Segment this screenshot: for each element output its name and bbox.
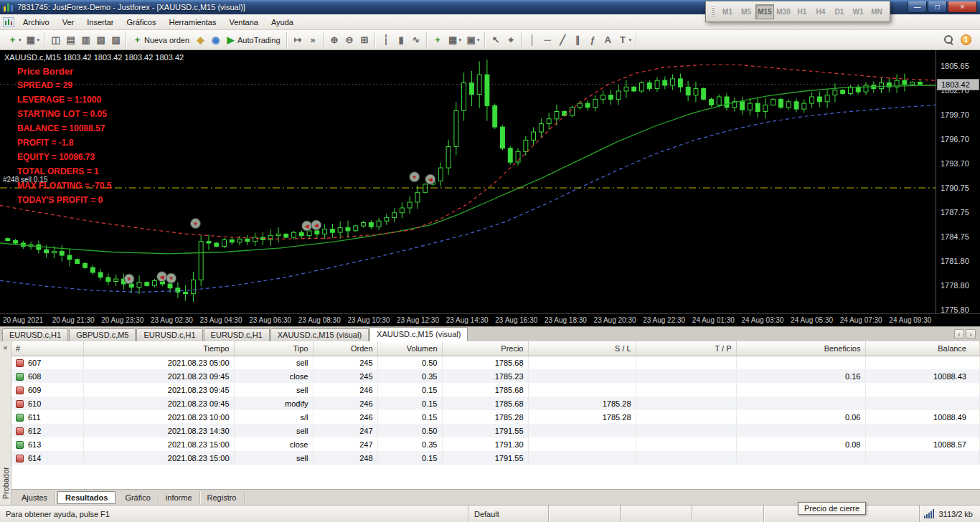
search-button[interactable] — [942, 33, 956, 47]
indicators-button[interactable]: + — [430, 32, 446, 48]
vertical-line-button[interactable]: │ — [525, 32, 540, 48]
table-row[interactable]: 6132021.08.23 15:00close2470.351791.300.… — [11, 437, 980, 451]
chart-tab[interactable]: GBPUSD.c,M5 — [69, 328, 136, 341]
market-watch-button[interactable]: ◫ — [48, 32, 63, 48]
column-header-orden[interactable]: Orden — [313, 341, 377, 356]
autotrading-button[interactable]: ▶AutoTrading — [223, 32, 284, 48]
close-panel-button[interactable]: × — [3, 343, 7, 352]
bar-chart-mode-button[interactable]: ┆ — [379, 32, 394, 48]
terminal-icon: ▧ — [95, 34, 106, 46]
tester-panel-strip: × Probador — [0, 341, 11, 505]
timeframe-m5-button[interactable]: M5 — [737, 4, 755, 19]
horizontal-line-button[interactable]: ─ — [540, 32, 555, 48]
ea-info-line: TODAY'S PROFIT = 0 — [17, 195, 111, 209]
time-label: 23 Aug 14:30 — [446, 316, 489, 324]
tester-tab-grfico[interactable]: Gráfico — [118, 491, 158, 504]
price-chart[interactable]: ▼◀▼▼◀◀▼◀ — [0, 50, 936, 313]
timeframe-m15-button[interactable]: M15 — [755, 4, 774, 19]
chart-tab[interactable]: EURUSD.c,H1 — [204, 328, 270, 341]
tabs-scroll-right-button[interactable]: › — [966, 329, 976, 339]
crosshair-button[interactable]: ⌖ — [504, 32, 519, 48]
signals-button[interactable]: ◉ — [208, 32, 223, 48]
metaeditor-button[interactable]: ◆ — [193, 32, 208, 48]
close-button[interactable]: × — [948, 1, 977, 13]
new-order-button[interactable]: +Nueva orden — [130, 32, 193, 48]
trendline-button[interactable]: ╱ — [555, 32, 570, 48]
arrow-tools-button[interactable]: T▾ — [616, 32, 634, 48]
column-header-balance[interactable]: Balance — [865, 341, 980, 356]
column-header-#[interactable]: # — [11, 341, 83, 356]
price-tick: 1781.80 — [941, 257, 969, 265]
periods-button[interactable]: ▦▾ — [446, 32, 464, 48]
terminal-button[interactable]: ▧ — [93, 32, 108, 48]
timeframe-d1-button[interactable]: D1 — [830, 4, 849, 19]
table-row[interactable]: 6082021.08.23 09:45close2450.351785.230.… — [11, 369, 980, 383]
menu-grficos[interactable]: Gráficos — [121, 16, 163, 29]
tester-tab-informe[interactable]: informe — [159, 491, 200, 504]
cell — [636, 397, 736, 410]
line-chart-mode-button[interactable]: ∿ — [409, 32, 424, 48]
column-header-tipo[interactable]: Tipo — [234, 341, 313, 356]
timeframe-h1-button[interactable]: H1 — [793, 4, 811, 19]
time-axis[interactable]: 20 Aug 202120 Aug 21:3020 Aug 23:3023 Au… — [0, 313, 980, 326]
channel-button[interactable]: ∥ — [570, 32, 585, 48]
chart-tab[interactable]: XAUUSD.c,M15 (visual) — [270, 328, 369, 341]
chart-tab[interactable]: EURUSD.c,H1 — [2, 328, 68, 341]
data-window-button[interactable]: ▤ — [63, 32, 78, 48]
notifications-badge[interactable]: 1 — [961, 34, 971, 45]
timeframe-mn-button[interactable]: MN — [867, 4, 886, 19]
menu-ventana[interactable]: Ventana — [223, 16, 265, 29]
price-scale[interactable]: 1805.651802.701799.701796.701793.701790.… — [936, 50, 980, 313]
tester-tab-ajustes[interactable]: Ajustes — [14, 491, 55, 504]
zoom-out-button[interactable]: ⊖ — [342, 32, 357, 48]
menu-archivo[interactable]: Archivo — [17, 16, 56, 29]
profile-selector[interactable]: Default — [468, 506, 548, 522]
chart-shift-button[interactable]: ↦ — [291, 32, 306, 48]
menu-ayuda[interactable]: Ayuda — [265, 16, 300, 29]
metaeditor-icon: ◆ — [195, 34, 206, 46]
minimize-button[interactable]: — — [908, 1, 927, 13]
table-row[interactable]: 6112021.08.23 10:00s/l2460.151785.281785… — [11, 410, 980, 424]
tabs-scroll-left-button[interactable]: ‹ — [954, 329, 964, 339]
timeframe-w1-button[interactable]: W1 — [849, 4, 867, 19]
tester-tab-resultados[interactable]: Resultados — [57, 491, 116, 504]
chart-tab[interactable]: EURUSD.c,H1 — [136, 328, 202, 341]
column-header-tiempo[interactable]: Tiempo — [83, 341, 234, 356]
cursor-button[interactable]: ↖ — [489, 32, 504, 48]
chart-tab-active[interactable]: XAUUSD.c,M15 (visual) — [369, 327, 468, 341]
candlestick-mode-button[interactable]: ▮ — [394, 32, 409, 48]
zoom-in-button[interactable]: ⊕ — [327, 32, 342, 48]
table-row[interactable]: 6092021.08.23 09:45sell2460.151785.68 — [11, 383, 980, 397]
table-row[interactable]: 6072021.08.23 05:00sell2450.501785.68 — [11, 356, 980, 369]
menu-ver[interactable]: Ver — [56, 16, 81, 29]
menu-insertar[interactable]: Insertar — [80, 16, 120, 29]
text-tool-button[interactable]: A — [600, 32, 616, 48]
tile-windows-button[interactable]: ⊞ — [357, 32, 372, 48]
table-row[interactable]: 6102021.08.23 09:45modify2460.151785.681… — [11, 397, 980, 410]
timeframe-m1-button[interactable]: M1 — [718, 4, 737, 19]
column-header-precio[interactable]: Precio — [442, 341, 528, 356]
strategy-tester-button[interactable]: ▨ — [108, 32, 123, 48]
timeframe-m30-button[interactable]: M30 — [774, 4, 793, 19]
restore-button[interactable]: □ — [928, 1, 947, 13]
table-row[interactable]: 6142021.08.23 15:00sell2480.151791.55 — [11, 451, 980, 465]
new-chart-button[interactable]: +▾ — [5, 32, 24, 48]
tester-tab-registro[interactable]: Registro — [200, 491, 245, 504]
templates-button[interactable]: ▣▾ — [463, 32, 482, 48]
column-header-volumen[interactable]: Volumen — [377, 341, 442, 356]
column-header-sl[interactable]: S / L — [528, 341, 636, 356]
timeframe-h4-button[interactable]: H4 — [811, 4, 830, 19]
indicators-icon: + — [433, 34, 443, 46]
column-header-beneficios[interactable]: Beneficios — [736, 341, 865, 356]
menu-herramientas[interactable]: Herramientas — [162, 16, 222, 29]
column-header-tp[interactable]: T / P — [636, 341, 736, 356]
toolbar-grip[interactable] — [712, 5, 715, 18]
svg-text:◀: ◀ — [428, 176, 433, 183]
table-row[interactable]: 6122021.08.23 14:30sell2470.501791.55 — [11, 424, 980, 437]
navigator-button[interactable]: ▥ — [78, 32, 93, 48]
profiles-button[interactable]: ▦▾ — [24, 32, 42, 48]
fibonacci-button[interactable]: ƒ — [585, 32, 600, 48]
chart-window-icon[interactable] — [3, 17, 14, 27]
auto-scroll-button[interactable]: » — [306, 32, 321, 48]
cell: 2021.08.23 09:45 — [83, 369, 234, 383]
